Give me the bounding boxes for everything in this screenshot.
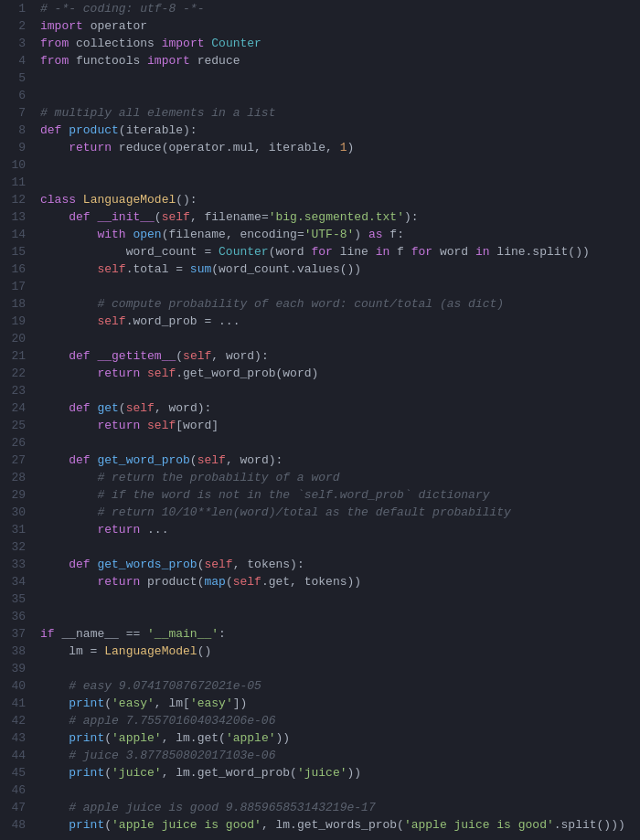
line-number: 3 <box>0 35 37 52</box>
line-number: 22 <box>0 365 37 382</box>
line-number: 30 <box>0 504 37 521</box>
code-line: 34 return product(map(self.get, tokens)) <box>0 573 640 590</box>
line-content: return self.get_word_prob(word) <box>37 365 640 382</box>
code-line: 38 lm = LanguageModel() <box>0 643 640 660</box>
code-line: 44 # juice 3.877850802017103e-06 <box>0 747 640 764</box>
line-number: 36 <box>0 608 37 625</box>
line-content: class LanguageModel(): <box>37 191 640 208</box>
line-content: return self[word] <box>37 417 640 434</box>
line-number: 28 <box>0 469 37 486</box>
line-content: from functools import reduce <box>37 52 640 69</box>
code-line: 25 return self[word] <box>0 417 640 434</box>
code-line: 39 <box>0 660 640 677</box>
line-number: 11 <box>0 174 37 191</box>
code-line: 19 self.word_prob = ... <box>0 313 640 330</box>
line-content: with open(filename, encoding='UTF-8') as… <box>37 226 640 243</box>
code-line: 35 <box>0 590 640 608</box>
line-number: 12 <box>0 191 37 208</box>
line-number: 38 <box>0 643 37 660</box>
line-number: 4 <box>0 52 37 69</box>
line-content: word_count = Counter(word for line in f … <box>37 243 640 261</box>
code-line: 9 return reduce(operator.mul, iterable, … <box>0 139 640 156</box>
line-number: 7 <box>0 104 37 122</box>
line-number: 8 <box>0 122 37 139</box>
line-content: def product(iterable): <box>37 122 640 139</box>
code-line: 13 def __init__(self, filename='big.segm… <box>0 208 640 226</box>
code-line: 4from functools import reduce <box>0 52 640 69</box>
code-line: 17 <box>0 278 640 295</box>
code-line: 37if __name__ == '__main__': <box>0 625 640 643</box>
line-content: lm = LanguageModel() <box>37 643 640 660</box>
line-content: # apple juice is good 9.885965853143219e… <box>37 799 640 816</box>
code-line: 11 <box>0 174 640 191</box>
line-content: self.total = sum(word_count.values()) <box>37 261 640 278</box>
line-content: print('easy', lm['easy']) <box>37 695 640 712</box>
line-number: 14 <box>0 226 37 243</box>
line-content: # return 10/10**len(word)/total as the d… <box>37 504 640 521</box>
line-number: 9 <box>0 139 37 156</box>
line-number: 37 <box>0 625 37 643</box>
code-line: 48 print('apple juice is good', lm.get_w… <box>0 816 640 834</box>
code-line: 10 <box>0 156 640 174</box>
line-number: 46 <box>0 782 37 799</box>
line-content: # compute probability of each word: coun… <box>37 295 640 313</box>
code-line: 18 # compute probability of each word: c… <box>0 295 640 313</box>
code-line: 47 # apple juice is good 9.8859658531432… <box>0 799 640 816</box>
code-line: 31 return ... <box>0 521 640 538</box>
line-number: 29 <box>0 486 37 504</box>
line-number: 45 <box>0 764 37 782</box>
line-number: 16 <box>0 261 37 278</box>
code-line: 24 def get(self, word): <box>0 399 640 417</box>
line-number: 24 <box>0 399 37 417</box>
line-content: def get_words_prob(self, tokens): <box>37 556 640 573</box>
code-line: 12class LanguageModel(): <box>0 191 640 208</box>
line-number: 31 <box>0 521 37 538</box>
line-number: 21 <box>0 347 37 365</box>
code-line: 23 <box>0 382 640 399</box>
code-line: 29 # if the word is not in the `self.wor… <box>0 486 640 504</box>
line-number: 27 <box>0 452 37 469</box>
code-line: 20 <box>0 330 640 347</box>
line-number: 25 <box>0 417 37 434</box>
code-line: 3from collections import Counter <box>0 35 640 52</box>
line-number: 6 <box>0 87 37 104</box>
line-content: if __name__ == '__main__': <box>37 625 640 643</box>
code-line: 43 print('apple', lm.get('apple')) <box>0 729 640 747</box>
line-content: print('apple', lm.get('apple')) <box>37 729 640 747</box>
line-number: 33 <box>0 556 37 573</box>
code-line: 22 return self.get_word_prob(word) <box>0 365 640 382</box>
line-content: from collections import Counter <box>37 35 640 52</box>
line-number: 15 <box>0 243 37 261</box>
line-content: # multiply all elements in a list <box>37 104 640 122</box>
line-number: 1 <box>0 0 37 17</box>
line-content: return product(map(self.get, tokens)) <box>37 573 640 590</box>
line-content: # if the word is not in the `self.word_p… <box>37 486 640 504</box>
code-line: 41 print('easy', lm['easy']) <box>0 695 640 712</box>
line-number: 35 <box>0 590 37 608</box>
code-line: 8def product(iterable): <box>0 122 640 139</box>
line-number: 2 <box>0 17 37 35</box>
line-number: 32 <box>0 538 37 556</box>
code-line: 33 def get_words_prob(self, tokens): <box>0 556 640 573</box>
code-line: 14 with open(filename, encoding='UTF-8')… <box>0 226 640 243</box>
line-number: 42 <box>0 712 37 729</box>
code-line: 1# -*- coding: utf-8 -*- <box>0 0 640 17</box>
line-content: def get_word_prob(self, word): <box>37 452 640 469</box>
code-line: 30 # return 10/10**len(word)/total as th… <box>0 504 640 521</box>
line-content: # easy 9.07417087672021e-05 <box>37 677 640 695</box>
code-line: 6 <box>0 87 640 104</box>
code-line: 46 <box>0 782 640 799</box>
code-editor: 1# -*- coding: utf-8 -*-2import operator… <box>0 0 640 834</box>
code-line: 2import operator <box>0 17 640 35</box>
line-number: 39 <box>0 660 37 677</box>
code-line: 16 self.total = sum(word_count.values()) <box>0 261 640 278</box>
code-line: 42 # apple 7.755701604034206e-06 <box>0 712 640 729</box>
line-content: return reduce(operator.mul, iterable, 1) <box>37 139 640 156</box>
code-line: 26 <box>0 434 640 452</box>
line-content: print('apple juice is good', lm.get_word… <box>37 816 640 834</box>
line-number: 13 <box>0 208 37 226</box>
line-number: 5 <box>0 69 37 87</box>
line-content: import operator <box>37 17 640 35</box>
line-content: def __init__(self, filename='big.segment… <box>37 208 640 226</box>
line-number: 19 <box>0 313 37 330</box>
